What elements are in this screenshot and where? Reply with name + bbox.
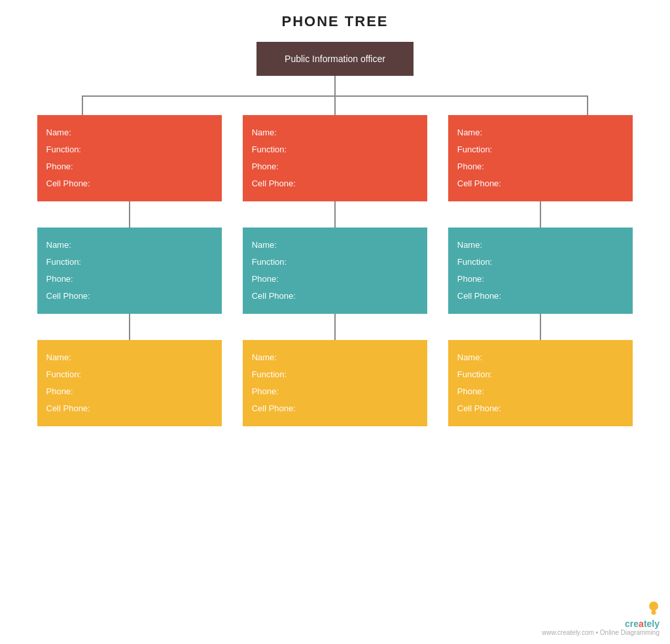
card-left-teal: Name: Function: Phone: Cell Phone: [37, 228, 222, 314]
v-drops [82, 97, 588, 115]
connector-right-2 [540, 314, 541, 340]
connector-center-2 [334, 314, 336, 340]
connector-right-1 [540, 201, 541, 228]
connector-center-1 [334, 201, 336, 228]
svg-rect-1 [652, 610, 656, 612]
svg-rect-3 [652, 613, 656, 615]
watermark: creately www.creately.com • Online Diagr… [542, 600, 660, 636]
card-center-orange: Name: Function: Phone: Cell Phone: [243, 340, 428, 426]
card-left-orange: Name: Function: Phone: Cell Phone: [37, 340, 222, 426]
col-left: Name: Function: Phone: Cell Phone: Name:… [27, 115, 232, 426]
col-center: Name: Function: Phone: Cell Phone: Name:… [232, 115, 438, 426]
v-drop-left [82, 97, 83, 115]
phone-tree: Public Information officer Name: Functio… [10, 42, 660, 426]
brand-name: creately [625, 619, 660, 629]
col-right: Name: Function: Phone: Cell Phone: Name:… [438, 115, 643, 426]
svg-point-0 [649, 602, 658, 611]
svg-rect-2 [651, 612, 656, 613]
root-node: Public Information officer [256, 42, 414, 76]
page: PHONE TREE Public Information officer Na… [0, 0, 670, 644]
page-title: PHONE TREE [10, 13, 660, 30]
root-connector [334, 76, 336, 95]
columns-container: Name: Function: Phone: Cell Phone: Name:… [27, 115, 643, 426]
card-center-red: Name: Function: Phone: Cell Phone: [243, 115, 428, 201]
v-drop-center [334, 97, 336, 115]
card-right-teal: Name: Function: Phone: Cell Phone: [448, 228, 633, 314]
card-center-teal: Name: Function: Phone: Cell Phone: [243, 228, 428, 314]
root-label: Public Information officer [285, 54, 385, 64]
h-bar [82, 95, 588, 97]
bulb-icon [648, 600, 660, 617]
card-right-red: Name: Function: Phone: Cell Phone: [448, 115, 633, 201]
connector-left-2 [129, 314, 130, 340]
watermark-url: www.creately.com • Online Diagramming [542, 629, 660, 636]
connector-left-1 [129, 201, 130, 228]
v-drop-right [587, 97, 588, 115]
card-left-red: Name: Function: Phone: Cell Phone: [37, 115, 222, 201]
card-right-orange: Name: Function: Phone: Cell Phone: [448, 340, 633, 426]
